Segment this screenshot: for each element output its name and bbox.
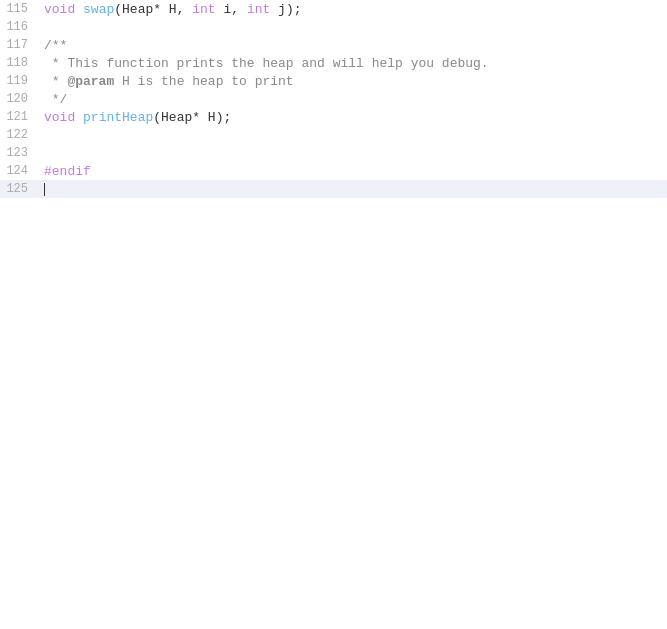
line-num-122: 122 (0, 128, 36, 142)
code-line-118: 118 * This function prints the heap and … (0, 54, 667, 72)
code-line-122: 122 (0, 126, 667, 144)
line-num-119: 119 (0, 74, 36, 88)
line-content-125 (36, 182, 667, 197)
code-line-125: 125 (0, 180, 667, 198)
code-line-124: 124 #endif (0, 162, 667, 180)
line-num-120: 120 (0, 92, 36, 106)
line-num-125: 125 (0, 182, 36, 196)
code-editor[interactable]: 115 void swap(Heap* H, int i, int j); 11… (0, 0, 667, 629)
code-line-123: 123 (0, 144, 667, 162)
line-num-117: 117 (0, 38, 36, 52)
line-content-121: void printHeap(Heap* H); (36, 110, 667, 125)
code-line-115: 115 void swap(Heap* H, int i, int j); (0, 0, 667, 18)
line-num-124: 124 (0, 164, 36, 178)
line-content-120: */ (36, 92, 667, 107)
code-line-116: 116 (0, 18, 667, 36)
code-line-121: 121 void printHeap(Heap* H); (0, 108, 667, 126)
line-content-124: #endif (36, 164, 667, 179)
line-num-116: 116 (0, 20, 36, 34)
line-content-117: /** (36, 38, 667, 53)
line-content-115: void swap(Heap* H, int i, int j); (36, 2, 667, 17)
code-line-119: 119 * @param H is the heap to print (0, 72, 667, 90)
code-line-120: 120 */ (0, 90, 667, 108)
line-content-118: * This function prints the heap and will… (36, 56, 667, 71)
line-num-115: 115 (0, 2, 36, 16)
line-num-121: 121 (0, 110, 36, 124)
code-line-117: 117 /** (0, 36, 667, 54)
line-num-123: 123 (0, 146, 36, 160)
line-num-118: 118 (0, 56, 36, 70)
line-content-119: * @param H is the heap to print (36, 74, 667, 89)
